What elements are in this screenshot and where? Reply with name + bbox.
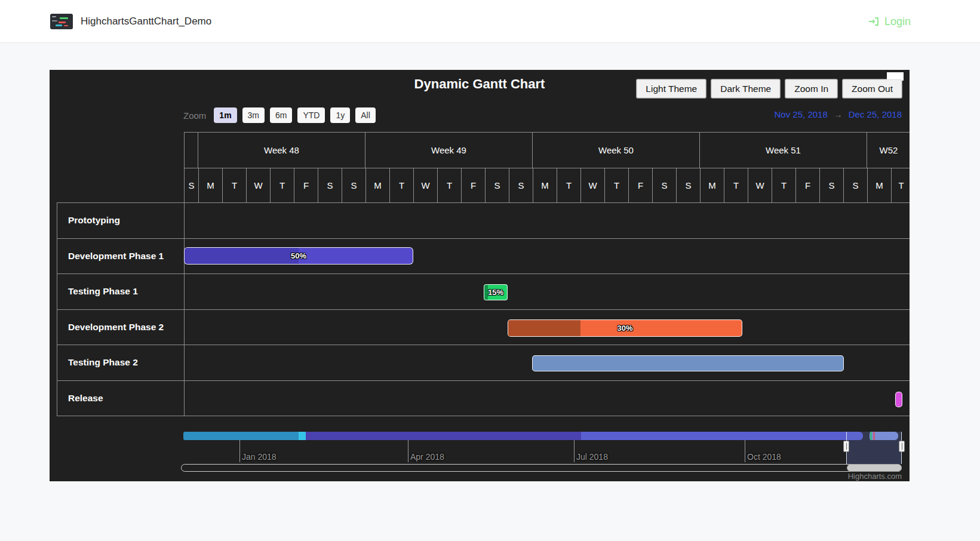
date-range: Nov 25, 2018 → Dec 25, 2018: [775, 109, 902, 119]
range-selector: Zoom 1m3m6mYTD1yAll: [183, 107, 376, 123]
day-header-cell: S: [676, 168, 700, 202]
range-button-1y[interactable]: 1y: [330, 107, 350, 123]
week-header-empty: [184, 132, 198, 168]
task-bar-development-phase-1[interactable]: 50%: [184, 247, 413, 265]
day-header-cell: T: [222, 168, 246, 202]
grid-bottom-line: [57, 416, 910, 416]
navigator-series-segment-1: [299, 432, 306, 440]
navigator-tick-label: Oct 2018: [747, 452, 781, 462]
navigator-series-segment-3: [581, 432, 863, 440]
gantt-chart-container: Dynamic Gantt Chart Light ThemeDark Them…: [50, 70, 910, 481]
day-header-cell: T: [389, 168, 413, 202]
login-link[interactable]: Login: [868, 0, 911, 43]
day-header-cell: F: [795, 168, 819, 202]
gantt-logo-icon: [50, 14, 73, 29]
task-bar-testing-phase-2[interactable]: [532, 355, 844, 371]
row-track-testing-phase-1: [184, 273, 910, 309]
day-header-cell: T: [270, 168, 294, 202]
day-header-cell: S: [318, 168, 342, 202]
navigator-tick-label: Jul 2018: [576, 452, 608, 462]
date-to[interactable]: Dec 25, 2018: [849, 109, 902, 119]
chart-toolbar: Light ThemeDark ThemeZoom InZoom Out: [637, 79, 902, 98]
range-button-3m[interactable]: 3m: [242, 107, 265, 123]
range-button-1m[interactable]: 1m: [214, 107, 236, 123]
day-header-cell: F: [628, 168, 652, 202]
week-header-week-49: Week 49: [365, 132, 532, 168]
day-header-cell: T: [891, 168, 910, 202]
navigator-tick-jul-2018: [574, 440, 575, 462]
range-button-all[interactable]: All: [355, 107, 376, 123]
day-header-cell: F: [461, 168, 485, 202]
day-header-cell: S: [652, 168, 676, 202]
day-header-cell: T: [604, 168, 628, 202]
navigator-tick-jan-2018: [239, 440, 240, 462]
week-header-week-48: Week 48: [198, 132, 365, 168]
day-header-cell: T: [772, 168, 795, 202]
dark-theme-button[interactable]: Dark Theme: [711, 79, 780, 98]
task-bar-release[interactable]: [895, 392, 902, 407]
day-header-cell: W: [413, 168, 437, 202]
navigator-tick-oct-2018: [745, 440, 745, 462]
navigator-tick-apr-2018: [408, 440, 408, 462]
navigator-selection-window[interactable]: [846, 432, 902, 464]
arrow-right-icon: →: [834, 109, 843, 119]
day-header-cell: W: [580, 168, 604, 202]
range-selector-label: Zoom: [183, 110, 206, 121]
row-track-prototyping: [184, 202, 910, 238]
range-buttons-group: 1m3m6mYTD1yAll: [214, 107, 376, 123]
day-header-cell: W: [748, 168, 772, 202]
zoom-out-button[interactable]: Zoom Out: [843, 79, 902, 98]
day-header-cell: M: [198, 168, 222, 202]
week-header-week-50: Week 50: [532, 132, 699, 168]
week-header-w52: W52: [867, 132, 910, 168]
date-from[interactable]: Nov 25, 2018: [775, 109, 828, 119]
task-progress-label: 30%: [508, 320, 742, 336]
day-header-cell: S: [843, 168, 867, 202]
row-label-testing-phase-1: Testing Phase 1: [57, 273, 184, 309]
day-header-cell: M: [365, 168, 389, 202]
day-header-cell: S: [342, 168, 365, 202]
navbar-brand[interactable]: HighchartsGanttChart_Demo: [50, 0, 211, 43]
day-header-cell: T: [557, 168, 580, 202]
day-header-cell: M: [533, 168, 557, 202]
day-header-cell: M: [867, 168, 891, 202]
app-title: HighchartsGanttChart_Demo: [81, 16, 211, 27]
day-header-cell: T: [724, 168, 748, 202]
zoom-in-button[interactable]: Zoom In: [785, 79, 837, 98]
task-progress-label: 50%: [185, 248, 413, 264]
day-header-cell: T: [437, 168, 461, 202]
login-label: Login: [884, 16, 911, 28]
day-header-cell: S: [184, 168, 198, 202]
scrollbar-thumb[interactable]: [847, 464, 902, 472]
day-header-cell: W: [246, 168, 270, 202]
task-bar-testing-phase-1[interactable]: 15%: [484, 284, 508, 300]
day-header-cell: F: [294, 168, 318, 202]
navigator-tick-label: Apr 2018: [410, 452, 444, 462]
day-header-cell: S: [485, 168, 509, 202]
range-button-6m[interactable]: 6m: [270, 107, 292, 123]
row-label-development-phase-1: Development Phase 1: [57, 238, 184, 274]
navigator-series-segment-2: [306, 432, 581, 440]
task-bar-development-phase-2[interactable]: 30%: [508, 319, 742, 337]
task-progress-label: 15%: [484, 285, 507, 300]
row-track-release: [184, 380, 910, 416]
row-label-release: Release: [57, 380, 184, 416]
light-theme-button[interactable]: Light Theme: [637, 79, 706, 98]
credits-link[interactable]: Highcharts.com: [848, 472, 902, 481]
sign-in-icon: [868, 16, 880, 27]
navigator-series-segment-0: [183, 432, 299, 440]
week-header-week-51: Week 51: [699, 132, 867, 168]
navigator-right-handle[interactable]: [899, 441, 905, 452]
day-header-cell: S: [819, 168, 843, 202]
scrollbar-track[interactable]: [181, 464, 902, 472]
range-button-ytd[interactable]: YTD: [297, 107, 325, 123]
row-label-prototyping: Prototyping: [57, 202, 184, 238]
navigator-tick-label: Jan 2018: [242, 452, 277, 462]
row-label-testing-phase-2: Testing Phase 2: [57, 345, 184, 380]
day-header-cell: M: [700, 168, 724, 202]
top-navbar: HighchartsGanttChart_Demo Login: [0, 0, 980, 43]
day-header-cell: S: [509, 168, 533, 202]
row-label-development-phase-2: Development Phase 2: [57, 309, 184, 345]
navigator-left-handle[interactable]: [843, 441, 849, 452]
